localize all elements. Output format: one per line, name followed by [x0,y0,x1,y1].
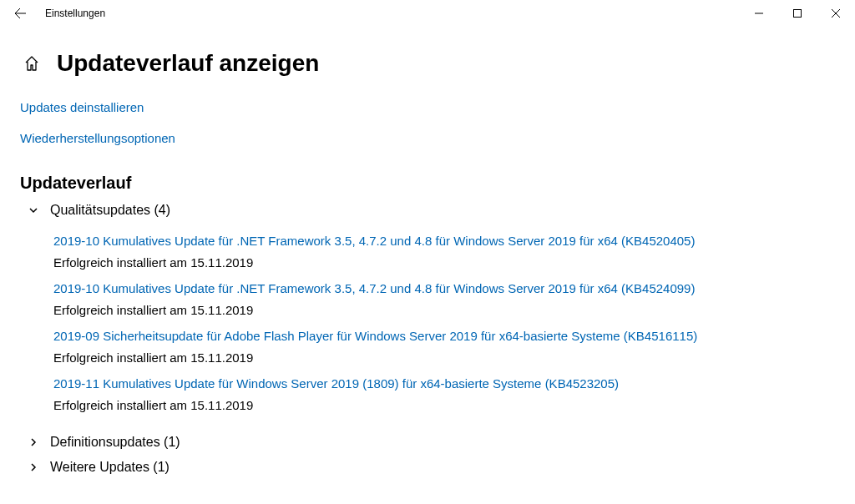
update-item: 2019-10 Kumulatives Update für .NET Fram… [53,280,835,318]
update-title-link[interactable]: 2019-10 Kumulatives Update für .NET Fram… [53,280,835,297]
category-label: Qualitätsupdates (4) [50,203,170,218]
update-status: Erfolgreich installiert am 15.11.2019 [53,350,835,366]
category-label: Definitionsupdates (1) [50,435,180,450]
maximize-icon [793,9,802,18]
recovery-options-link[interactable]: Wiederherstellungsoptionen [20,131,175,145]
page-header: Updateverlauf anzeigen [20,50,835,77]
update-item: 2019-10 Kumulatives Update für .NET Fram… [53,233,835,270]
category-definition-updates[interactable]: Definitionsupdates (1) [20,430,835,455]
update-title-link[interactable]: 2019-11 Kumulatives Update für Windows S… [53,375,835,392]
chevron-right-icon [27,436,40,449]
content-area: Updateverlauf anzeigen Updates deinstall… [0,27,855,480]
titlebar-left: Einstellungen [0,0,105,27]
category-other-updates[interactable]: Weitere Updates (1) [20,455,835,480]
page-title: Updateverlauf anzeigen [57,50,319,77]
update-item: 2019-11 Kumulatives Update für Windows S… [53,375,835,413]
update-status: Erfolgreich installiert am 15.11.2019 [53,302,835,319]
arrow-left-icon [13,7,27,20]
history-section-title: Updateverlauf [20,174,835,193]
minimize-button[interactable] [740,0,778,27]
app-title: Einstellungen [40,8,105,19]
update-title-link[interactable]: 2019-09 Sicherheitsupdate für Adobe Flas… [53,328,835,345]
maximize-button[interactable] [778,0,817,27]
back-button[interactable] [0,0,40,27]
update-item: 2019-09 Sicherheitsupdate für Adobe Flas… [53,328,835,365]
chevron-right-icon [27,461,40,474]
minimize-icon [755,9,763,18]
uninstall-updates-link[interactable]: Updates deinstallieren [20,100,144,114]
update-status: Erfolgreich installiert am 15.11.2019 [53,255,835,271]
svg-rect-0 [794,10,802,18]
close-icon [832,9,840,18]
category-quality-updates[interactable]: Qualitätsupdates (4) [20,198,835,223]
home-button[interactable] [23,55,40,72]
chevron-down-icon [27,204,40,217]
update-status: Erfolgreich installiert am 15.11.2019 [53,397,835,414]
titlebar: Einstellungen [0,0,855,27]
category-label: Weitere Updates (1) [50,460,169,475]
window-controls [740,0,855,27]
home-icon [24,56,39,71]
close-button[interactable] [817,0,855,27]
update-title-link[interactable]: 2019-10 Kumulatives Update für .NET Fram… [53,233,835,249]
quality-updates-list: 2019-10 Kumulatives Update für .NET Fram… [53,233,835,413]
